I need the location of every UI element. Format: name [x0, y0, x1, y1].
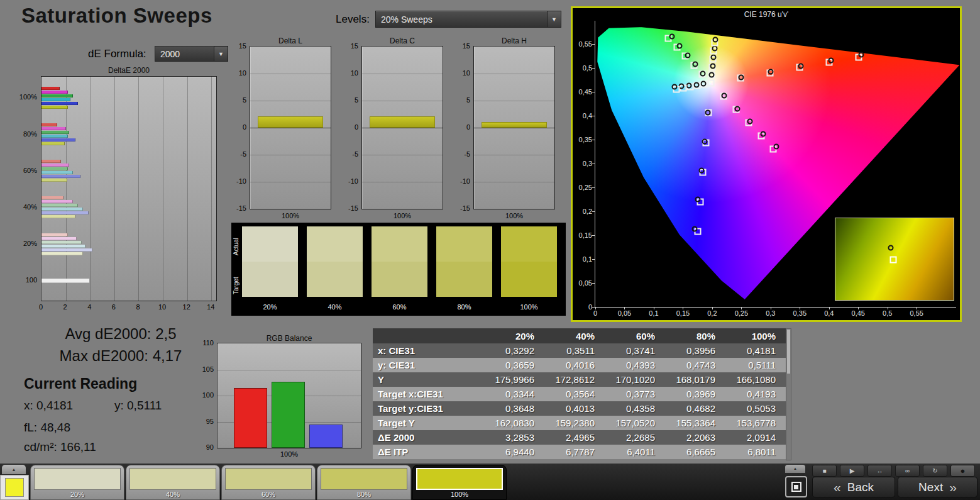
deltae-bar — [41, 87, 60, 90]
chart-title: Delta H — [473, 36, 555, 45]
levels-dropdown[interactable]: 20% Sweeps ▼ — [375, 11, 561, 28]
saturation-tab-20%[interactable]: 20% — [30, 465, 124, 500]
table-row: Y175,9966172,8612170,1020168,0179166,108… — [373, 372, 786, 387]
axis-tick-label: 10 — [463, 69, 470, 77]
axis-tick-label: 0,15 — [670, 309, 695, 317]
axis-tick-label: 15 — [239, 42, 246, 50]
table-cell: 0,3956 — [665, 345, 725, 356]
collapse-panel-button[interactable]: ▲ — [2, 465, 26, 474]
axis-tick-label: 5 — [355, 96, 358, 104]
display-toggle-button[interactable] — [785, 476, 807, 497]
axis-tick — [592, 164, 595, 164]
axis-tick-label: 0,5 — [875, 309, 900, 317]
cie-measured-marker-red — [828, 58, 834, 64]
axis-tick-label: 60% — [23, 167, 37, 174]
axis-tick — [592, 259, 595, 260]
axis-tick-label: 0,55 — [904, 309, 929, 317]
axis-tick — [592, 68, 595, 69]
cie-measured-marker-magenta — [774, 143, 779, 149]
table-header-row: 20%40%60%80%100% — [373, 328, 786, 343]
table-cell: 0,3564 — [544, 389, 605, 399]
collapse-transport-button[interactable]: ▲ — [785, 465, 805, 473]
deltae-bar — [41, 94, 73, 97]
tab-swatch — [129, 468, 216, 490]
plot-area — [473, 46, 555, 209]
delta-h-chart: Delta H 151050-5-10-15 100% — [456, 36, 556, 224]
axis-tick — [654, 307, 654, 309]
table-cell: 170,1020 — [605, 374, 665, 385]
current-y-value: y: 0,5111 — [114, 399, 162, 413]
axis-tick — [624, 307, 625, 309]
cie-1976-chart: CIE 1976 u'v' 000,050,050,10,10,150,150,… — [571, 6, 962, 322]
current-cdm2-value: cd/m²: 166,11 — [24, 440, 96, 454]
rgb-bar-green — [272, 382, 305, 448]
cie-measured-marker-green — [677, 43, 683, 48]
axis-tick — [741, 307, 742, 309]
table-cell: 0,4193 — [725, 389, 786, 399]
saturation-tab-100%[interactable]: 100% — [412, 465, 507, 500]
cie-measured-marker-cyan — [693, 82, 699, 87]
deltae-bar — [41, 98, 70, 101]
refresh-button[interactable]: ↻ — [923, 465, 947, 477]
chevron-down-icon[interactable]: ▼ — [547, 11, 561, 27]
axis-tick-label: 10 — [351, 69, 358, 77]
axis-tick-label: 10 — [239, 69, 246, 77]
target-swatch — [436, 262, 492, 297]
cie-whitepoint-marker — [707, 80, 714, 87]
table-cell: 172,8612 — [544, 374, 605, 385]
axis-tick-label: 2 — [56, 303, 75, 311]
cie-chart-title: CIE 1976 u'v' — [573, 10, 960, 19]
table-cell: 0,4393 — [605, 360, 665, 370]
chart-title: Delta C — [361, 36, 443, 45]
saturation-tab-row: 20%40%60%80%100% — [30, 465, 507, 500]
cie-measured-marker-magenta — [734, 106, 740, 111]
axis-tick-label: 100 — [26, 276, 37, 284]
deltae-bar — [41, 233, 68, 236]
axis-tick — [592, 92, 595, 92]
table-cell: 0,4013 — [544, 403, 605, 414]
loop-button[interactable]: ∞ — [895, 465, 920, 477]
axis-tick-label: 5 — [466, 96, 470, 104]
table-cell: 159,2380 — [544, 418, 605, 428]
play-button[interactable]: ▶ — [840, 465, 864, 477]
gridline — [362, 155, 443, 155]
table-row-label: x: CIE31 — [373, 345, 484, 356]
x-axis-label: 100% — [250, 212, 331, 219]
deltae-bar — [41, 279, 90, 283]
gridline — [474, 101, 554, 101]
current-x-value: x: 0,4181 — [24, 399, 73, 413]
chevron-down-icon[interactable]: ▼ — [214, 47, 228, 61]
delta-value-bar — [258, 116, 324, 128]
axis-tick-label: 0,15 — [573, 231, 592, 239]
rgb-bar-blue — [309, 425, 343, 448]
saturation-tab-80%[interactable]: 80% — [317, 465, 411, 500]
saturation-tab-40%[interactable]: 40% — [126, 465, 220, 500]
deltae-bar — [41, 106, 68, 109]
axis-tick-label: 0,3 — [573, 160, 592, 167]
deltae-bar — [41, 204, 78, 207]
step-button[interactable]: ↔ — [867, 465, 892, 477]
table-scrollbar[interactable] — [786, 328, 791, 460]
record-button[interactable]: ● — [950, 465, 975, 477]
cie-measured-marker-red — [798, 64, 804, 69]
back-button[interactable]: « Back — [812, 477, 895, 497]
table-cell: 0,3292 — [484, 345, 544, 356]
axis-tick — [888, 307, 888, 309]
actual-swatch — [372, 226, 427, 262]
saturation-tab-60%[interactable]: 60% — [221, 465, 316, 500]
next-button[interactable]: Next » — [898, 477, 977, 497]
axis-tick — [917, 307, 917, 309]
table-cell: 155,3364 — [665, 418, 725, 428]
table-row-label: y: CIE31 — [373, 360, 484, 370]
scrollbar-thumb[interactable] — [787, 330, 790, 374]
axis-tick-label: 0 — [573, 303, 592, 311]
rgb-balance-chart: RGB Balance 1101051009590 100% — [198, 332, 364, 463]
de-formula-dropdown[interactable]: 2000 ▼ — [155, 46, 228, 62]
axis-tick — [592, 283, 595, 284]
table-row-label: ΔE 2000 — [373, 432, 484, 443]
axis-tick-label: 0,2 — [573, 208, 592, 215]
gridline — [362, 74, 443, 74]
stop-button[interactable]: ■ — [812, 465, 837, 477]
gridline — [250, 182, 331, 182]
axis-tick — [592, 116, 595, 116]
